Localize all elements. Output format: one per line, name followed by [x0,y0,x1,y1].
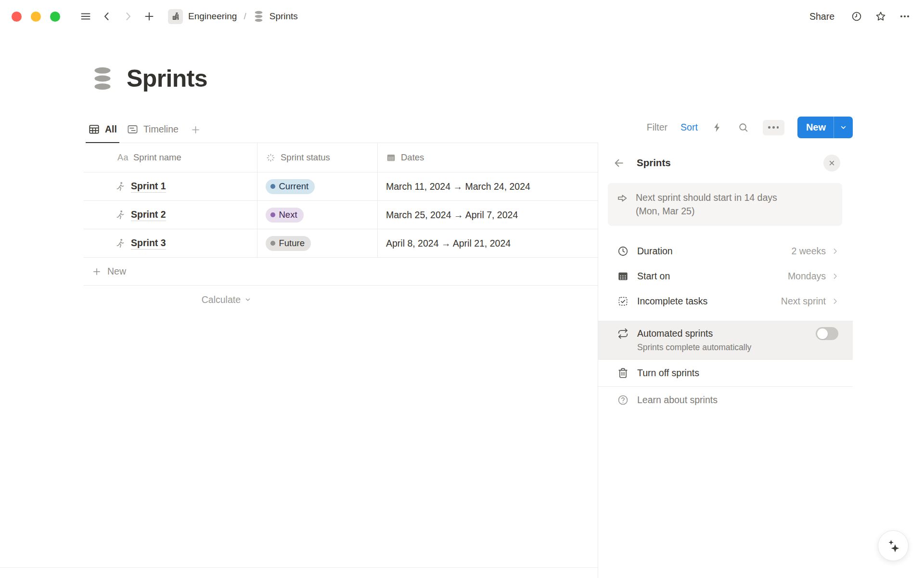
menu-icon [80,11,91,22]
window-zoom-button[interactable] [50,12,60,22]
share-button[interactable]: Share [806,8,838,25]
breadcrumb-workspace[interactable]: Engineering [188,11,237,22]
running-person-icon [115,238,126,249]
new-button-group: New [797,117,853,138]
chevron-down-icon [839,123,847,131]
status-label: Current [279,181,309,192]
new-button[interactable]: New [797,117,834,138]
sprint-status-cell[interactable]: Current [257,172,378,201]
turn-off-sprints-button[interactable]: Turn off sprints [598,360,853,386]
dates-cell[interactable]: March 25, 2024 → April 7, 2024 [378,201,598,229]
notice-line1: Next sprint should start in 14 days [636,191,777,205]
automations-button[interactable] [711,121,724,134]
chevron-right-icon [831,272,839,280]
chevron-right-icon [122,11,134,22]
search-button[interactable] [737,121,750,134]
setting-row[interactable]: Incomplete tasks Next sprint [598,289,853,314]
tab-timeline-label: Timeline [143,124,179,135]
toggle-knob [817,328,828,339]
learn-about-sprints-link[interactable]: Learn about sprints [598,387,853,413]
sprint-status-cell[interactable]: Next [257,201,378,229]
sort-button[interactable]: Sort [680,122,698,133]
window-close-button[interactable] [12,12,22,22]
calculate-label: Calculate [202,294,241,305]
table-row[interactable]: Sprint 1 Current March 11, 2024 → March … [84,172,598,201]
more-options-button[interactable] [896,8,913,25]
column-header-sprint-name[interactable]: Aa Sprint name [84,143,257,172]
dates-text: March 11, 2024 → March 24, 2024 [386,181,530,192]
panel-back-button[interactable] [612,156,626,170]
new-page-button[interactable] [141,8,157,25]
dates-cell[interactable]: April 8, 2024 → April 21, 2024 [378,229,598,258]
text-type-icon: Aa [117,153,128,163]
new-row-button[interactable]: New [84,258,598,286]
sprint-name-cell[interactable]: Sprint 1 [84,172,257,201]
ellipsis-icon [899,11,911,22]
tab-timeline[interactable]: Timeline [124,118,181,143]
status-badge[interactable]: Future [266,236,311,251]
window-controls [12,12,60,22]
tab-all-label: All [105,124,117,135]
add-view-button[interactable] [186,118,204,143]
chevron-left-icon [101,11,113,22]
setting-label: Start on [637,271,670,282]
content-bottom-border [0,567,598,568]
notion-ai-button[interactable] [878,530,909,561]
plus-icon [191,125,201,135]
filter-button[interactable]: Filter [647,122,667,133]
column-header-sprint-status[interactable]: Sprint status [257,143,378,172]
back-button[interactable] [99,8,115,25]
window-minimize-button[interactable] [31,12,41,22]
favorite-star-button[interactable] [872,8,889,25]
chevron-down-icon [244,296,252,303]
learn-label: Learn about sprints [637,394,718,406]
arrow-left-icon [613,157,625,169]
page-title[interactable]: Sprints [127,65,207,92]
table-header: Aa Sprint name Sprint status Dates [84,143,598,172]
tab-all[interactable]: All [86,118,119,143]
repeat-icon [617,328,629,340]
setting-row[interactable]: Duration 2 weeks [598,238,853,263]
table-body: Sprint 1 Current March 11, 2024 → March … [84,172,598,258]
status-label: Future [279,238,305,249]
calculate-button[interactable]: Calculate [84,286,257,314]
status-badge[interactable]: Next [266,208,304,223]
setting-value: Next sprint [781,296,826,307]
sprint-name[interactable]: Sprint 2 [131,209,166,221]
automated-toggle[interactable] [816,327,838,340]
column-header-dates[interactable]: Dates [378,143,598,172]
database-icon [253,10,264,23]
table-row[interactable]: Sprint 2 Next March 25, 2024 → April 7, … [84,201,598,229]
sprint-name[interactable]: Sprint 1 [131,181,166,193]
dates-text: April 8, 2024 → April 21, 2024 [386,238,511,249]
timeline-view-icon [127,123,139,135]
views-toolbar: All Timeline Filter Sort New [86,118,853,143]
status-badge[interactable]: Current [266,179,315,194]
turn-off-label: Turn off sprints [637,368,699,379]
status-spinner-icon [266,153,276,163]
help-icon [617,394,629,406]
updates-clock-button[interactable] [848,8,865,25]
sprint-name[interactable]: Sprint 3 [131,237,166,250]
workspace-building-icon[interactable] [168,9,183,24]
table-view-icon [88,123,100,135]
setting-row[interactable]: Start on Mondays [598,263,853,289]
forward-button[interactable] [120,8,136,25]
automated-sprints-row[interactable]: Automated sprints Sprints complete autom… [598,321,853,359]
sparkles-icon [886,539,901,553]
notice-text: Next sprint should start in 14 days (Mon… [636,191,777,218]
dates-cell[interactable]: March 11, 2024 → March 24, 2024 [378,172,598,201]
panel-close-button[interactable] [823,155,840,171]
panel-title: Sprints [637,157,671,169]
setting-value: 2 weeks [791,246,826,257]
status-dot-icon [270,212,275,217]
table-row[interactable]: Sprint 3 Future April 8, 2024 → April 21… [84,229,598,258]
sprint-name-cell[interactable]: Sprint 2 [84,201,257,229]
sidebar-menu-button[interactable] [77,8,94,25]
clock-icon [617,245,629,257]
view-options-button[interactable] [763,120,784,135]
sprint-status-cell[interactable]: Future [257,229,378,258]
new-dropdown-button[interactable] [834,117,853,138]
breadcrumb-page[interactable]: Sprints [270,11,298,22]
sprint-name-cell[interactable]: Sprint 3 [84,229,257,258]
